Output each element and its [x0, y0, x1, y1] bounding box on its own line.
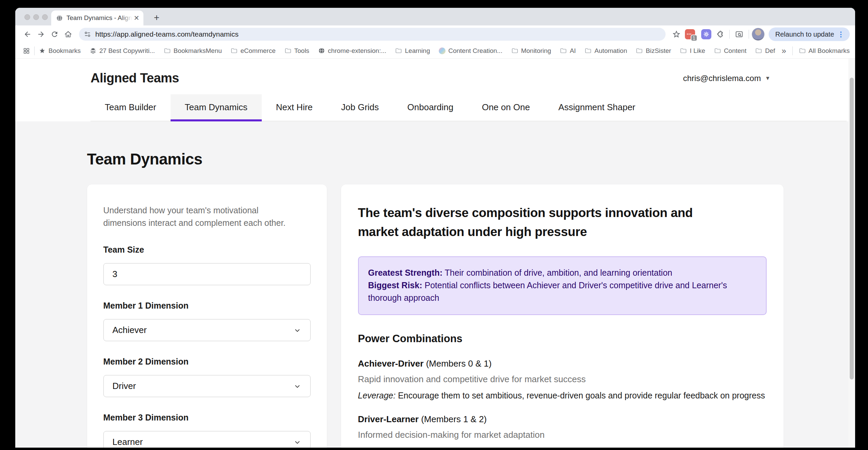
folder-icon [511, 47, 518, 54]
tab-job-grids[interactable]: Job Grids [327, 94, 393, 121]
bookmark-item[interactable]: Learning [395, 47, 430, 55]
combo-leverage: Leverage: Facilitate regular knowledge-s… [358, 446, 767, 448]
bookmark-item[interactable]: Default-Main [755, 47, 775, 55]
bookmark-item[interactable]: Content [714, 47, 747, 55]
desktop-screen: Team Dynamics - Aligned Tea ✕ + [0, 0, 868, 450]
bookmark-item[interactable]: Bookmarks [39, 47, 81, 55]
bookmark-item[interactable]: Content Creation... [439, 47, 502, 55]
folder-icon [714, 47, 721, 54]
tab-close-icon[interactable]: ✕ [134, 15, 139, 21]
globe-favicon [56, 15, 63, 22]
member-1-label: Member 1 Dimension [103, 301, 311, 311]
member-1-select[interactable]: Achiever [103, 319, 311, 341]
page-title: Team Dynamics [87, 150, 784, 168]
team-form-card: Understand how your team's motivational … [87, 184, 327, 448]
bookmark-item[interactable]: Monitoring [511, 47, 551, 55]
browser-titlebar: Team Dynamics - Aligned Tea ✕ + [15, 8, 855, 25]
combo-achiever-driver: Achiever-Driver (Members 0 & 1) Rapid in… [358, 358, 767, 400]
bookmark-item[interactable]: 27 Best Copywriti... [90, 47, 155, 55]
kebab-menu-icon[interactable]: ⋮ [834, 30, 848, 38]
bookmark-items: Bookmarks 27 Best Copywriti... Bookmarks… [39, 47, 775, 55]
toolbar-divider [749, 30, 749, 39]
tab-team-builder[interactable]: Team Builder [91, 94, 171, 121]
folder-icon [284, 47, 292, 54]
app-title: Aligned Teams [91, 71, 179, 85]
extension-purple-icon[interactable] [699, 27, 713, 41]
bookmark-item[interactable]: BookmarksMenu [164, 47, 222, 55]
biggest-risk-line: Biggest Risk: Potential conflicts betwee… [368, 279, 756, 304]
tab-title-fade [121, 14, 132, 22]
bookmark-item[interactable]: Automation [585, 47, 627, 55]
account-menu[interactable]: chris@chrislema.com ▼ [683, 74, 770, 83]
extensions-puzzle-icon[interactable] [713, 27, 727, 41]
member-3-label: Member 3 Dimension [103, 413, 311, 423]
browser-toolbar: https://app.aligned-teams.com/teamdynami… [15, 25, 855, 43]
summary-callout: Greatest Strength: Their combination of … [358, 256, 767, 315]
tab-title: Team Dynamics - Aligned Tea [66, 14, 132, 22]
form-description: Understand how your team's motivational … [103, 204, 300, 229]
folder-icon [395, 47, 402, 54]
combo-pair: Driver-Learner [358, 414, 419, 424]
page-scrollbar-thumb[interactable] [850, 78, 854, 379]
layers-icon [90, 47, 97, 54]
new-tab-icon[interactable]: + [151, 12, 162, 23]
tab-assignment-shaper[interactable]: Assignment Shaper [544, 94, 650, 121]
bookmark-item[interactable]: BizSister [636, 47, 671, 55]
team-size-input[interactable]: 3 [103, 263, 311, 285]
close-window-icon[interactable] [24, 14, 30, 20]
url-bar[interactable]: https://app.aligned-teams.com/teamdynami… [79, 28, 666, 41]
zoom-window-icon[interactable] [42, 14, 48, 20]
bookmark-item[interactable]: AI [560, 47, 576, 55]
window-controls [24, 14, 48, 20]
member-2-label: Member 2 Dimension [103, 357, 311, 367]
reload-icon[interactable] [48, 27, 61, 41]
chevron-down-icon [293, 326, 301, 334]
chevron-down-icon [293, 438, 301, 446]
site-info-icon[interactable] [84, 31, 91, 38]
bookmark-item[interactable]: eCommerce [231, 47, 275, 55]
bookmark-item[interactable]: I Like [680, 47, 705, 55]
bookmarks-bar: Bookmarks 27 Best Copywriti... Bookmarks… [15, 43, 855, 59]
url-text[interactable]: https://app.aligned-teams.com/teamdynami… [95, 30, 239, 38]
team-size-label: Team Size [103, 245, 311, 255]
combo-members: (Members 1 & 2) [419, 414, 487, 424]
greatest-strength-line: Greatest Strength: Their combination of … [368, 267, 756, 279]
member-3-select[interactable]: Learner [103, 431, 311, 448]
bookmarks-divider [792, 46, 793, 55]
minimize-window-icon[interactable] [33, 14, 39, 20]
relaunch-button[interactable]: Relaunch to update ⋮ [769, 27, 850, 41]
folder-icon [799, 47, 806, 54]
member-2-select[interactable]: Driver [103, 375, 311, 397]
bookmark-item[interactable]: chrome-extension:... [318, 47, 386, 55]
bookmark-item[interactable]: Tools [284, 47, 309, 55]
combo-driver-learner: Driver-Learner (Members 1 & 2) Informed … [358, 414, 767, 448]
tab-one-on-one[interactable]: One on One [468, 94, 544, 121]
back-icon[interactable] [21, 27, 34, 41]
power-combinations-heading: Power Combinations [358, 333, 767, 345]
star-icon [39, 47, 46, 54]
combo-members: (Members 0 & 1) [423, 358, 492, 369]
tab-next-hire[interactable]: Next Hire [262, 94, 327, 121]
folder-icon [560, 47, 567, 54]
analysis-card: The team's diverse composition supports … [341, 184, 784, 448]
web-page: Aligned Teams chris@chrislema.com ▼ Team… [15, 59, 855, 448]
forward-icon[interactable] [34, 27, 48, 41]
folder-icon [164, 47, 171, 54]
home-icon[interactable] [61, 27, 75, 41]
browser-tab[interactable]: Team Dynamics - Aligned Tea ✕ [51, 11, 143, 25]
extension-red-icon[interactable]: ••• 1 [683, 27, 697, 41]
bookmark-star-icon[interactable] [670, 27, 683, 41]
combo-description: Informed decision-making for market adap… [358, 430, 767, 440]
sidebar-search-icon[interactable] [732, 27, 746, 41]
folder-icon [585, 47, 592, 54]
all-bookmarks[interactable]: All Bookmarks [799, 47, 850, 55]
folder-icon [636, 47, 643, 54]
colorful-favicon [439, 47, 446, 54]
bookmarks-overflow-icon[interactable]: » [778, 46, 789, 56]
profile-avatar[interactable] [752, 28, 765, 41]
tab-team-dynamics[interactable]: Team Dynamics [171, 94, 262, 121]
toolbar-divider [729, 30, 730, 39]
folder-icon [680, 47, 687, 54]
apps-grid-icon[interactable] [21, 44, 32, 58]
tab-onboarding[interactable]: Onboarding [393, 94, 468, 121]
